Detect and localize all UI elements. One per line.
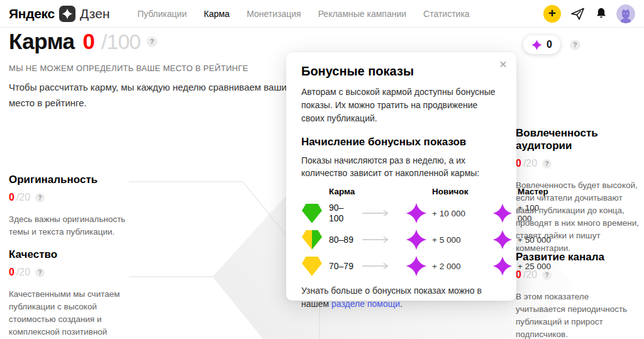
- column-header-novice: Новичок: [432, 187, 492, 196]
- karma-page: Яндекс Дзен Публикации Карма Монетизация…: [0, 0, 644, 339]
- page-title: Карма: [9, 29, 75, 54]
- metric-help-icon[interactable]: ?: [35, 268, 45, 277]
- share-button[interactable]: [569, 6, 586, 21]
- notifications-button[interactable]: [594, 6, 608, 21]
- modal-intro-text: Авторам с высокой кармой доступны бонусн…: [301, 86, 501, 125]
- metric-score-max: /20: [16, 192, 30, 203]
- column-header-master: Мастер: [518, 187, 557, 196]
- nav-item-publications[interactable]: Публикации: [138, 9, 187, 19]
- master-bonus-value: + 25 000: [518, 262, 557, 271]
- bonus-diamond-icon: [492, 230, 513, 250]
- zen-star-icon: [59, 6, 75, 22]
- karma-description-line2: место в рейтинге.: [9, 97, 87, 108]
- metric-description: В этом показателе учитывается периодично…: [516, 291, 640, 339]
- page-heading: Карма 0 /100 ?: [9, 29, 157, 54]
- yandex-zen-logo[interactable]: Яндекс Дзен: [9, 6, 110, 22]
- nav-item-statistics[interactable]: Статистика: [423, 9, 470, 19]
- footer-text-suffix: .: [400, 299, 402, 309]
- create-publication-button[interactable]: +: [543, 5, 561, 23]
- plus-icon: +: [548, 6, 556, 19]
- nav-item-karma[interactable]: Карма: [204, 9, 230, 19]
- bonus-table-row: 80–89 + 5 000: [301, 229, 501, 250]
- bonus-table-row: 70–79 + 2 000: [301, 255, 501, 277]
- help-section-link[interactable]: разделе помощи: [331, 299, 400, 309]
- bell-icon: [594, 6, 608, 21]
- bonus-help-icon[interactable]: ?: [570, 40, 580, 50]
- metric-quality: Качество 0 /20 ? Качественными мы считае…: [9, 248, 138, 339]
- karma-range: 70–79: [329, 261, 362, 272]
- bonus-table: Карма Новичок Мастер 90– 100: [301, 187, 501, 277]
- metric-description: Качественными мы считаем публикации с вы…: [9, 288, 138, 339]
- bonus-count: 0: [547, 39, 552, 50]
- metric-score-row: 0 /20 ?: [516, 158, 640, 169]
- metric-score: 0: [516, 158, 521, 169]
- close-icon[interactable]: ×: [499, 57, 507, 70]
- arrow-right-icon: [362, 236, 391, 243]
- bonus-table-row: 90– 100 + 10 000: [301, 203, 501, 224]
- bonus-badge-area: 0 ?: [523, 35, 580, 54]
- metric-score-row: 0 /20 ?: [9, 192, 138, 203]
- logo-product-text: Дзен: [80, 6, 110, 21]
- metric-help-icon[interactable]: ?: [542, 270, 552, 280]
- metric-score-max: /20: [523, 158, 537, 169]
- modal-subheading: Начисление бонусных показов: [301, 136, 501, 148]
- bonus-table-header: Карма Новичок Мастер: [301, 187, 501, 197]
- metric-title: Качество: [9, 248, 138, 261]
- metric-title: Оригинальность: [9, 174, 138, 186]
- metric-help-icon[interactable]: ?: [542, 159, 552, 169]
- nav-item-ad-campaigns[interactable]: Рекламные кампании: [318, 9, 406, 19]
- bonus-shows-modal: × Бонусные показы Авторам с высокой карм…: [286, 52, 516, 301]
- bonus-shows-badge[interactable]: 0: [523, 35, 560, 54]
- metric-score-max: /20: [523, 269, 537, 281]
- metric-originality: Оригинальность 0 /20 ? Здесь важны ориги…: [9, 174, 138, 238]
- metric-score-row: 0 /20 ?: [9, 267, 138, 278]
- bonus-diamond-icon: [492, 203, 513, 223]
- novice-bonus-value: + 5 000: [432, 235, 492, 245]
- gem-green-icon: [301, 203, 323, 224]
- metric-title: Вовлеченность аудитории: [516, 127, 640, 152]
- bonus-diamond-icon: [406, 255, 427, 277]
- modal-footer-text: Узнать больше о бонусных показах можно в…: [301, 284, 501, 311]
- metric-score: 0: [9, 192, 14, 203]
- avatar-cat-icon: [616, 4, 635, 23]
- karma-score: 0: [83, 29, 95, 54]
- metric-help-icon[interactable]: ?: [35, 193, 45, 203]
- karma-help-icon[interactable]: ?: [147, 36, 157, 47]
- arrow-right-icon: [362, 209, 391, 217]
- bonus-diamond-icon: [492, 256, 513, 276]
- bonus-diamond-icon: [406, 203, 427, 224]
- column-header-karma: Карма: [329, 187, 362, 196]
- gem-yellow-icon: [301, 255, 323, 277]
- karma-range: 80–89: [329, 235, 362, 245]
- arrow-right-icon: [362, 262, 391, 270]
- modal-title: Бонусные показы: [301, 64, 501, 79]
- user-avatar[interactable]: [616, 4, 635, 23]
- bonus-diamond-icon: [406, 229, 427, 250]
- master-bonus-value: + 50 000: [518, 235, 557, 245]
- modal-note-text: Показы начисляются раз в неделю, а их ко…: [301, 154, 501, 179]
- bonus-diamond-icon: [531, 40, 542, 50]
- rating-status-text: МЫ НЕ МОЖЕМ ОПРЕДЕЛИТЬ ВАШЕ МЕСТО В РЕЙТ…: [9, 64, 248, 73]
- nav-item-monetization[interactable]: Монетизация: [247, 9, 301, 19]
- top-navigation-bar: Яндекс Дзен Публикации Карма Монетизация…: [0, 0, 644, 28]
- metric-score: 0: [9, 267, 14, 278]
- metric-description: Здесь важны оригинальность темы и текста…: [9, 213, 138, 238]
- paper-plane-icon: [569, 6, 586, 21]
- header-actions: +: [543, 4, 635, 23]
- metric-score-max: /20: [16, 267, 30, 278]
- logo-brand-text: Яндекс: [9, 6, 55, 21]
- novice-bonus-value: + 2 000: [432, 262, 492, 271]
- novice-bonus-value: + 10 000: [432, 209, 492, 218]
- master-bonus-value: + 100 000: [518, 203, 557, 224]
- gem-yellow-green-icon: [301, 229, 323, 250]
- metric-score-row: 0 /20 ?: [516, 269, 640, 281]
- main-nav: Публикации Карма Монетизация Рекламные к…: [138, 9, 470, 19]
- karma-range: 90– 100: [329, 203, 362, 224]
- karma-score-max: /100: [101, 30, 140, 54]
